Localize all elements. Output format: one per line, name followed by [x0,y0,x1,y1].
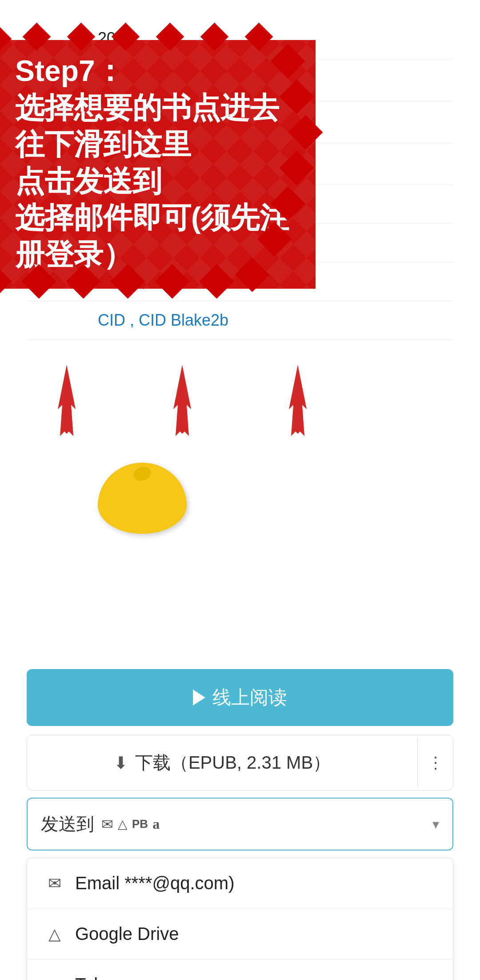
isbn10-row: ISBN10: 7544711323 [27,185,453,224]
email-option[interactable]: ✉ Email ****@qq.com) [27,858,453,909]
chevron-down-icon: ▾ [432,816,439,832]
file-info-value: EPUB, 2.31 MB [98,272,210,291]
download-icon: ⬇ [114,753,128,773]
year-value: 2010 [98,29,133,48]
arrow2 [156,365,209,436]
send-to-row[interactable]: 发送到 ✉ △ PB a ▾ [27,798,453,851]
pages-value: 183 [98,154,124,173]
language-row: 语言: Chinese [27,101,453,143]
metadata-section: 年: 2010 出版社: 译林出版社 语言: Chinese 页: 183 IS… [0,0,480,340]
hash-links[interactable]: CID , CID Blake2b [98,311,228,330]
send-to-dropdown: ✉ Email ****@qq.com) △ Google Drive ◁ Te… [27,858,453,980]
download-button[interactable]: ⬇ 下载（EPUB, 2.31 MB） [27,735,417,790]
isbn13-label: ISBN13: [27,234,98,252]
isbn10-value: 7544711323 [98,195,187,214]
publisher-value: 译林出版社 [98,69,178,91]
amazon-icon: a [152,816,160,832]
pages-row: 页: 183 [27,143,453,185]
year-row: 年: 2010 [27,18,453,60]
lemon-shape [98,463,187,534]
publisher-label: 出版社: [27,69,98,91]
arrow3 [271,365,324,436]
language-label: 语言: [27,111,98,133]
email-icon: ✉ [101,816,113,833]
send-to-label: 发送到 ✉ △ PB a [41,812,425,836]
telegram-icon: ◁ [45,976,64,980]
telegram-option[interactable]: ◁ Telegram [27,960,453,980]
isbn13-value: 9787544711326 [98,234,213,252]
google-drive-icon: △ [45,925,64,944]
telegram-label: Telegram [75,975,148,980]
isbn10-label: ISBN10: [27,195,98,214]
google-drive-option[interactable]: △ Google Drive [27,909,453,960]
download-label: 下载（EPUB, 2.31 MB） [135,750,331,775]
language-value: Chinese [98,113,156,131]
download-row: ⬇ 下载（EPUB, 2.31 MB） ⋮ [27,735,453,790]
email-option-icon: ✉ [45,874,64,893]
more-dots-icon: ⋮ [428,754,444,772]
file-info-row: EPUB, 2.31 MB [27,262,453,301]
annotation-arrows [40,365,324,436]
pb-icon: PB [132,817,148,831]
hash-row: CID , CID Blake2b [27,301,453,340]
send-icons: ✉ △ PB a [101,816,160,833]
pages-label: 页: [27,153,98,175]
arrow1 [40,365,93,436]
drive-icon: △ [118,817,128,831]
publisher-row: 出版社: 译林出版社 [27,60,453,101]
action-section: 线上阅读 ⬇ 下载（EPUB, 2.31 MB） ⋮ 发送到 ✉ △ PB a [0,669,480,980]
email-option-label: Email ****@qq.com) [75,873,235,893]
lemon-decoration [98,463,187,534]
google-drive-label: Google Drive [75,924,179,944]
year-label: 年: [27,28,98,49]
isbn13-row: ISBN13: 9787544711326 [27,224,453,262]
read-online-label: 线上阅读 [212,685,287,710]
read-online-button[interactable]: 线上阅读 [27,669,453,726]
play-icon [193,690,205,706]
more-options-button[interactable]: ⋮ [417,738,453,787]
